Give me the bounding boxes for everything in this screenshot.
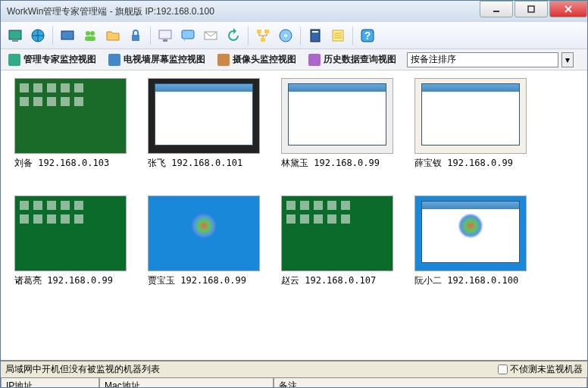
- tab-tvwall-monitor[interactable]: 电视墙屏幕监控视图: [104, 51, 210, 68]
- tab-icon: [308, 54, 321, 66]
- svg-rect-1: [528, 6, 534, 12]
- tab-history-query[interactable]: 历史数据查询视图: [304, 51, 401, 68]
- folder-icon[interactable]: [103, 26, 123, 45]
- screen-thumbnail[interactable]: 赵云 192.168.0.107: [281, 196, 393, 287]
- chat-icon[interactable]: [178, 26, 198, 45]
- thumbnail-caption: 诸葛亮 192.168.0.99: [14, 274, 127, 287]
- col-remark[interactable]: 备注: [274, 378, 587, 388]
- svg-rect-12: [159, 30, 171, 39]
- screen-thumbnail[interactable]: 刘备 192.168.0.103: [14, 78, 127, 170]
- thumbnail-caption: 薛宝钗 192.168.0.99: [414, 157, 527, 170]
- svg-point-9: [90, 31, 95, 36]
- svg-rect-18: [261, 38, 265, 42]
- tab-icon: [8, 54, 20, 66]
- svg-rect-7: [61, 31, 74, 39]
- thumbnail-caption: 刘备 192.168.0.103: [14, 157, 127, 170]
- svg-rect-10: [85, 36, 95, 41]
- screen-thumbnail[interactable]: 阮小二 192.168.0.100: [414, 196, 527, 287]
- thumbnail-grid-area: 刘备 192.168.0.103张飞 192.168.0.101林黛玉 192.…: [1, 70, 587, 360]
- book-icon[interactable]: [305, 26, 325, 45]
- thumbnail-image[interactable]: [148, 78, 260, 154]
- svg-rect-5: [12, 40, 18, 42]
- thumbnail-image[interactable]: [414, 78, 527, 154]
- minimize-button[interactable]: [480, 1, 513, 17]
- main-toolbar: ?: [1, 22, 587, 49]
- thumbnail-caption: 阮小二 192.168.0.100: [414, 274, 527, 287]
- thumbnail-image[interactable]: [281, 196, 393, 271]
- detect-checkbox[interactable]: [498, 365, 508, 374]
- screen-thumbnail[interactable]: 诸葛亮 192.168.0.99: [14, 196, 127, 287]
- detect-checkbox-label[interactable]: 不侦测未监视机器: [498, 363, 583, 376]
- thumbnail-image[interactable]: [414, 196, 527, 271]
- tab-camera-monitor[interactable]: 摄像头监控视图: [213, 51, 301, 68]
- display-icon[interactable]: [155, 26, 175, 45]
- thumbnail-caption: 贾宝玉 192.168.0.99: [148, 274, 260, 287]
- screen-thumbnail[interactable]: 张飞 192.168.0.101: [148, 78, 260, 170]
- tab-expert-monitor[interactable]: 管理专家监控视图: [4, 51, 101, 68]
- unmonitored-table-header: IP地址 Mac地址 备注: [1, 377, 587, 388]
- network-icon[interactable]: [253, 26, 273, 45]
- panel-title: 局域网中开机但没有被监视的机器列表: [5, 363, 160, 376]
- view-tabs: 管理专家监控视图 电视墙屏幕监控视图 摄像头监控视图 历史数据查询视图 ▾: [1, 49, 587, 70]
- tab-icon: [217, 54, 230, 66]
- globe-icon[interactable]: [28, 26, 48, 45]
- screen-icon[interactable]: [58, 26, 77, 45]
- thumbnail-image[interactable]: [14, 196, 127, 271]
- screen-thumbnail[interactable]: 林黛玉 192.168.0.99: [281, 78, 393, 170]
- tab-icon: [108, 54, 120, 66]
- svg-rect-13: [163, 39, 167, 42]
- svg-rect-11: [132, 35, 139, 41]
- close-button[interactable]: [549, 1, 587, 17]
- thumbnail-caption: 赵云 192.168.0.107: [281, 274, 393, 287]
- mail-icon[interactable]: [201, 26, 220, 45]
- col-mac[interactable]: Mac地址: [99, 378, 274, 388]
- unmonitored-panel: 局域网中开机但没有被监视的机器列表 不侦测未监视机器 IP地址 Mac地址 备注: [1, 360, 587, 388]
- monitor-icon[interactable]: [5, 26, 25, 45]
- help-icon[interactable]: ?: [358, 26, 377, 45]
- window-controls: [478, 1, 587, 22]
- lock-icon[interactable]: [126, 26, 145, 45]
- thumbnail-caption: 林黛玉 192.168.0.99: [281, 157, 393, 170]
- screen-thumbnail[interactable]: 薛宝钗 192.168.0.99: [414, 78, 527, 170]
- col-ip[interactable]: IP地址: [1, 378, 99, 388]
- thumbnail-image[interactable]: [281, 78, 393, 154]
- svg-rect-17: [264, 30, 269, 33]
- dropdown-icon[interactable]: ▾: [561, 52, 574, 67]
- svg-rect-22: [312, 31, 318, 33]
- refresh-icon[interactable]: [224, 26, 243, 45]
- list-icon[interactable]: [328, 26, 348, 45]
- disc-icon[interactable]: [276, 26, 296, 45]
- screen-thumbnail[interactable]: 贾宝玉 192.168.0.99: [148, 196, 260, 287]
- svg-point-20: [284, 34, 287, 37]
- thumbnail-caption: 张飞 192.168.0.101: [148, 157, 260, 170]
- thumbnail-image[interactable]: [148, 196, 260, 271]
- titlebar: WorkWin管理专家管理端 - 旗舰版 IP:192.168.0.100: [1, 1, 587, 22]
- window-title: WorkWin管理专家管理端 - 旗舰版 IP:192.168.0.100: [7, 5, 214, 18]
- maximize-button[interactable]: [514, 1, 548, 17]
- svg-text:?: ?: [364, 30, 371, 42]
- sort-select[interactable]: [407, 52, 558, 67]
- thumbnail-image[interactable]: [14, 78, 127, 154]
- users-icon[interactable]: [80, 26, 100, 45]
- svg-point-8: [86, 31, 90, 36]
- svg-rect-16: [257, 30, 261, 33]
- svg-rect-14: [182, 30, 194, 39]
- svg-rect-4: [9, 30, 21, 39]
